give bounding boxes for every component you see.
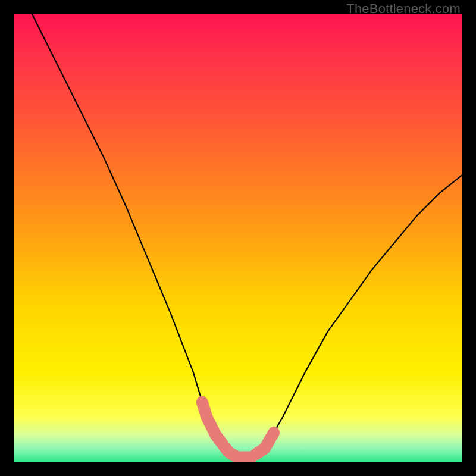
plot-area — [14, 14, 462, 462]
chart-frame: TheBottleneck.com — [0, 0, 476, 476]
curve-layer — [14, 14, 462, 462]
marker-segment-2 — [256, 433, 274, 454]
watermark-text: TheBottleneck.com — [346, 1, 461, 17]
marker-segment-1 — [220, 441, 252, 458]
bottleneck-curve — [14, 14, 462, 458]
marker-segment-0 — [202, 402, 220, 441]
